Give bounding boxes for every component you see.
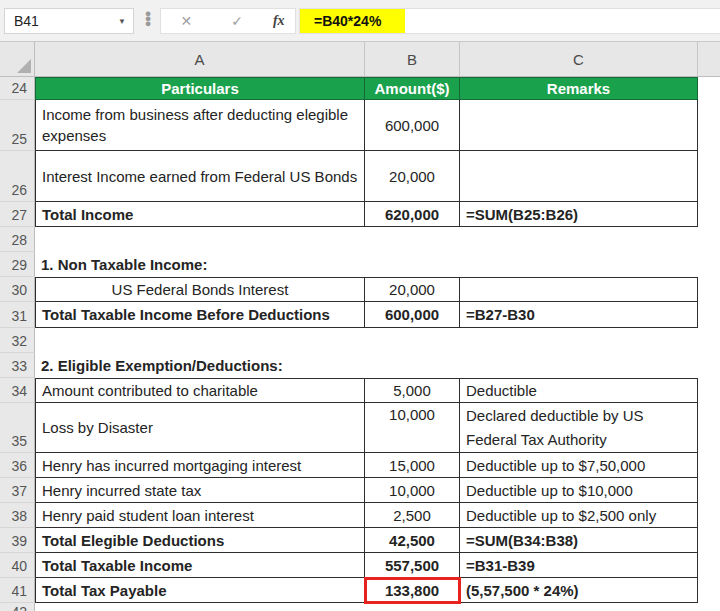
cell-A35[interactable]: Loss by Disaster [35,403,365,453]
cell-C28[interactable] [460,227,698,252]
cell-C36[interactable]: Deductible up to $7,50,000 [460,453,698,478]
cell-B36[interactable]: 15,000 [365,453,460,478]
row-header-37[interactable]: 37 [0,478,35,503]
cell-C37[interactable]: Deductible up to $10,000 [460,478,698,503]
cell-A42[interactable] [35,603,365,611]
name-box-dropdown-icon[interactable]: ▼ [111,17,133,26]
cell-A26[interactable]: Interest Income earned from Federal US B… [35,151,365,202]
cell-A24[interactable]: Particulars [35,77,365,100]
cell-A41[interactable]: Total Tax Payable [35,578,365,603]
cell-B32[interactable] [365,328,460,353]
cell-B26[interactable]: 20,000 [365,151,460,202]
row-header-25[interactable]: 25 [0,100,35,151]
cell-C40[interactable]: =B31-B39 [460,553,698,578]
cell-C24[interactable]: Remarks [460,77,698,100]
select-all-triangle-icon [17,59,31,73]
row-header-33[interactable]: 33 [0,353,35,378]
cell-A38[interactable]: Henry paid student loan interest [35,503,365,528]
table-row: 42 [0,603,720,611]
cell-C35[interactable]: Declared deductible by US Federal Tax Au… [460,403,698,453]
cell-B40[interactable]: 557,500 [365,553,460,578]
cell-A30[interactable]: US Federal Bonds Interest [35,277,365,302]
cell-B27[interactable]: 620,000 [365,202,460,227]
cell-A40[interactable]: Total Taxable Income [35,553,365,578]
cell-B31[interactable]: 600,000 [365,302,460,328]
table-row: 40 Total Taxable Income 557,500 =B31-B39 [0,553,720,578]
cell-B41-active[interactable]: 133,800 [365,578,460,603]
row-header-28[interactable]: 28 [0,227,35,252]
row-header-30[interactable]: 30 [0,277,35,302]
cell-A37[interactable]: Henry incurred state tax [35,478,365,503]
name-box[interactable]: B41 ▼ [4,8,134,34]
row-header-31[interactable]: 31 [0,302,35,328]
cell-C32[interactable] [460,328,698,353]
cell-A39[interactable]: Total Elegible Deductions [35,528,365,553]
confirm-icon[interactable]: ✓ [222,13,252,29]
cell-A32[interactable] [35,328,365,353]
cell-C34[interactable]: Deductible [460,378,698,403]
cell-C27[interactable]: =SUM(B25:B26) [460,202,698,227]
row-header-39[interactable]: 39 [0,528,35,553]
cell-B38[interactable]: 2,500 [365,503,460,528]
table-row: 26 Interest Income earned from Federal U… [0,151,720,202]
cell-A27[interactable]: Total Income [35,202,365,227]
table-row: 24 Particulars Amount($) Remarks [0,77,720,100]
formula-buttons: ✕ ✓ fx [160,8,296,34]
row-header-34[interactable]: 34 [0,378,35,403]
insert-function-icon[interactable]: fx [273,13,285,29]
cell-B29[interactable] [365,252,460,277]
row-header-42[interactable]: 42 [0,603,35,611]
cell-C38[interactable]: Deductible up to $2,500 only [460,503,698,528]
cell-C25[interactable] [460,100,698,151]
row-header-32[interactable]: 32 [0,328,35,353]
table-row: 33 2. Eligible Exemption/Deductions: [0,353,720,378]
row-header-35[interactable]: 35 [0,403,35,453]
table-row: 27 Total Income 620,000 =SUM(B25:B26) [0,202,720,227]
formula-input[interactable]: =B40*24% [299,8,720,34]
active-cell-reference: B41 [5,13,111,29]
row-header-24[interactable]: 24 [0,77,35,100]
cell-C41[interactable]: (5,57,500 * 24%) [460,578,698,603]
column-header-strip: A B C [0,42,720,77]
spreadsheet-grid: A B C 24 Particulars Amount($) Remarks 2… [0,42,720,611]
cell-B24[interactable]: Amount($) [365,77,460,100]
cell-B33[interactable] [365,353,460,378]
row-header-26[interactable]: 26 [0,151,35,202]
cell-C29[interactable] [460,252,698,277]
cell-B37[interactable]: 10,000 [365,478,460,503]
cell-A34[interactable]: Amount contributed to charitable [35,378,365,403]
cancel-icon[interactable]: ✕ [171,13,201,29]
cell-B39[interactable]: 42,500 [365,528,460,553]
column-header-b[interactable]: B [365,42,460,76]
cell-B25[interactable]: 600,000 [365,100,460,151]
cell-C39[interactable]: =SUM(B34:B38) [460,528,698,553]
row-header-38[interactable]: 38 [0,503,35,528]
column-header-filler [698,42,720,76]
column-header-c[interactable]: C [460,42,698,76]
row-header-27[interactable]: 27 [0,202,35,227]
cell-B34[interactable]: 5,000 [365,378,460,403]
cell-B28[interactable] [365,227,460,252]
column-header-a[interactable]: A [35,42,365,76]
cell-C30[interactable] [460,277,698,302]
cell-C26[interactable] [460,151,698,202]
select-all-button[interactable] [0,42,35,76]
cell-A33[interactable]: 2. Eligible Exemption/Deductions: [35,353,365,378]
cell-A31[interactable]: Total Taxable Income Before Deductions [35,302,365,328]
row-header-29[interactable]: 29 [0,252,35,277]
row-header-41[interactable]: 41 [0,578,35,603]
cell-A29[interactable]: 1. Non Taxable Income: [35,252,365,277]
cell-C31[interactable]: =B27-B30 [460,302,698,328]
cell-A28[interactable] [35,227,365,252]
row-header-40[interactable]: 40 [0,553,35,578]
cell-B35[interactable]: 10,000 [365,403,460,453]
cell-C42[interactable] [460,603,698,611]
cell-A25[interactable]: Income from business after deducting ele… [35,100,365,151]
table-row: 25 Income from business after deducting … [0,100,720,151]
cell-B30[interactable]: 20,000 [365,277,460,302]
row-header-36[interactable]: 36 [0,453,35,478]
cell-C33[interactable] [460,353,698,378]
table-row: 39 Total Elegible Deductions 42,500 =SUM… [0,528,720,553]
cell-B42[interactable] [365,603,460,611]
cell-A36[interactable]: Henry has incurred mortgaging interest [35,453,365,478]
